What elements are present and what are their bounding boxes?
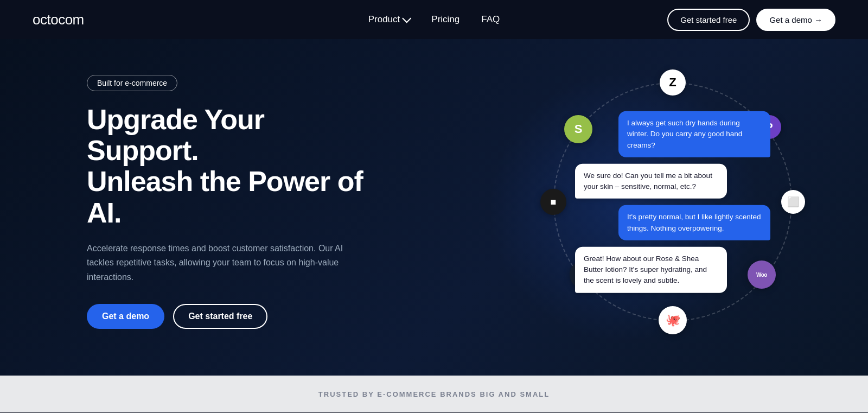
trusted-banner: TRUSTED BY E-COMMERCE BRANDS BIG AND SMA…	[0, 376, 868, 412]
hero-description: Accelerate response times and boost cust…	[87, 242, 347, 284]
copy-icon: ⬜	[781, 190, 805, 214]
chat-bubble-1: I always get such dry hands during winte…	[618, 111, 770, 157]
nav-links: Product Pricing FAQ	[368, 14, 500, 25]
mascot-icon: 🐙	[659, 306, 687, 334]
hero-title: Upgrade Your Support. Unleash the Power …	[87, 104, 369, 228]
chat-bubble-3: It's pretty normal, but I like lightly s…	[618, 205, 770, 240]
hero-badge: Built for e-commerce	[87, 75, 177, 91]
chat-bubble-4: Great! How about our Rose & Shea Butter …	[575, 247, 727, 293]
chat-area: I always get such dry hands during winte…	[575, 111, 770, 293]
chat-bubble-2: We sure do! Can you tell me a bit about …	[575, 164, 727, 199]
chevron-down-icon	[402, 14, 411, 23]
nav-buttons: Get started free Get a demo →	[667, 9, 835, 31]
hero-actions: Get a demo Get started free	[87, 304, 369, 329]
nav-faq[interactable]: FAQ	[481, 14, 500, 25]
zendesk-icon: Z	[660, 69, 686, 96]
hero-demo-button[interactable]: Get a demo	[87, 304, 164, 329]
hero-section: Built for e-commerce Upgrade Your Suppor…	[0, 39, 868, 376]
navbar: octocom Product Pricing FAQ Get started …	[0, 0, 868, 39]
hero-right: Z S P ■ 📊 🐙 Woo	[369, 61, 835, 343]
orbit-circle: Z S P ■ 📊 🐙 Woo	[553, 82, 792, 321]
hero-free-button[interactable]: Get started free	[173, 304, 267, 329]
trusted-text: TRUSTED BY E-COMMERCE BRANDS BIG AND SMA…	[318, 390, 550, 398]
nav-product[interactable]: Product	[368, 14, 410, 25]
square-icon: ■	[540, 189, 566, 215]
get-demo-button[interactable]: Get a demo →	[756, 9, 835, 31]
get-started-free-button[interactable]: Get started free	[667, 9, 750, 31]
logo: octocom	[33, 11, 84, 28]
hero-left: Built for e-commerce Upgrade Your Suppor…	[87, 75, 369, 329]
nav-pricing[interactable]: Pricing	[431, 14, 459, 25]
